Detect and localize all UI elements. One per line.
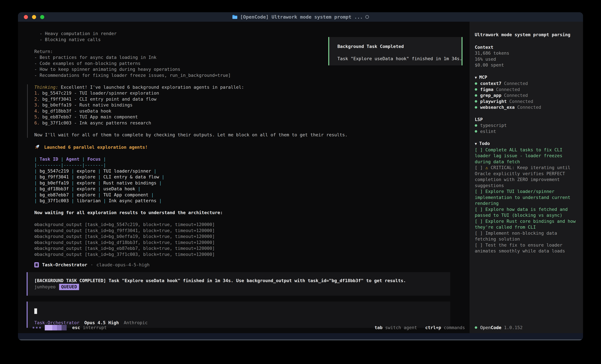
thinking-item-text: bg_eb87ebb7 - TUI App main component bbox=[40, 114, 138, 119]
table-pipe: | bbox=[98, 168, 100, 173]
lsp-name: eslint bbox=[480, 128, 496, 134]
table-pipe: | bbox=[162, 174, 164, 179]
todo-section-header[interactable]: ▼Todo bbox=[475, 141, 579, 147]
mcp-status: Connected bbox=[509, 98, 533, 105]
table-pipe: | bbox=[159, 180, 162, 185]
window-title-text: [OpenCode] Ultrawork mode system prompt … bbox=[240, 14, 363, 20]
ctrlp-label: commands bbox=[444, 325, 465, 331]
brand-open: Open bbox=[480, 325, 491, 331]
table-cell: Agent bbox=[63, 157, 82, 162]
table-separator-row: |---------|-------|-------| bbox=[34, 162, 470, 168]
thinking-item-text: bg_df18bb3f - useData hook bbox=[40, 108, 111, 114]
thinking-header: Thinking: Excellent! I've launched 6 bac… bbox=[34, 84, 470, 90]
background-completed-block: [BACKGROUND TASK COMPLETED] Task "Explor… bbox=[27, 272, 450, 296]
thinking-item-number: 4. bbox=[34, 108, 40, 114]
status-dot-icon bbox=[475, 130, 477, 133]
table-cell: bg_5547c219 bbox=[37, 168, 71, 173]
table-pipe: | bbox=[151, 192, 154, 197]
thinking-label: Thinking: bbox=[34, 85, 58, 90]
thinking-item: 1. bg_5547c219 - TUI loader/spinner expl… bbox=[34, 90, 470, 96]
tool-call-line: ⚙background_output [task_id=bg_37f1c003,… bbox=[34, 251, 470, 258]
table-pipe: | bbox=[138, 186, 140, 191]
table-pipe: | bbox=[82, 157, 85, 162]
table-row: | bg_df18bb3f | explore | useData hook | bbox=[34, 186, 470, 192]
tool-call-line: ⚙background_output [task_id=bg_df18bb3f,… bbox=[34, 239, 470, 246]
mcp-section-header[interactable]: ▼MCP bbox=[475, 74, 579, 81]
mcp-name: websearch_exa bbox=[480, 104, 515, 110]
zoom-button[interactable] bbox=[40, 15, 44, 19]
table-pipe: | bbox=[103, 198, 106, 203]
status-dot-icon bbox=[475, 106, 477, 109]
app-version: 1.0.152 bbox=[504, 325, 523, 331]
traffic-lights bbox=[24, 12, 44, 22]
thinking-item: 5. bg_eb87ebb7 - TUI App main component bbox=[34, 114, 470, 120]
table-pipe: | bbox=[34, 186, 37, 191]
table-pipe: | bbox=[34, 192, 37, 197]
titlebar[interactable]: [OpenCode] Ultrawork mode system prompt … bbox=[18, 12, 583, 22]
todo-checkbox: [ ] bbox=[475, 165, 485, 170]
todo-text: Test the fix to ensure loader animates s… bbox=[475, 242, 565, 254]
proxy-circle-icon[interactable] bbox=[365, 15, 369, 19]
table-cell: explore bbox=[74, 168, 98, 173]
status-left: esc interrupt bbox=[33, 325, 107, 331]
text-cursor bbox=[34, 308, 37, 314]
status-right: tab switch agent ctrl+p commands bbox=[375, 325, 465, 331]
table-row: | bg_b0effa19 | explore | Rust native bi… bbox=[34, 180, 470, 186]
mcp-name: figma bbox=[480, 86, 493, 93]
thinking-item: 6. bg_37f1c003 - Ink async patterns rese… bbox=[34, 120, 470, 126]
thinking-item-number: 1. bbox=[34, 90, 40, 96]
brand-code: Code bbox=[491, 325, 501, 331]
lsp-items: typescripteslint bbox=[475, 123, 579, 134]
queued-message-row: junhoyeo QUEUED bbox=[34, 284, 444, 290]
esc-hint: esc interrupt bbox=[72, 325, 107, 331]
thinking-item: 3. bg_b0effa19 - Rust native bindings bbox=[34, 102, 470, 108]
table-row: | bg_eb87ebb7 | explore | TUI App compon… bbox=[34, 192, 470, 198]
table-pipe: | bbox=[71, 192, 74, 197]
thinking-item-text: bg_5547c219 - TUI loader/spinner explora… bbox=[40, 90, 159, 96]
mcp-items: context7ConnectedfigmaConnectedgrep_appC… bbox=[475, 81, 579, 110]
tool-call-lines: ⚙background_output [task_id=bg_5547c219,… bbox=[34, 222, 470, 257]
close-button[interactable] bbox=[24, 15, 28, 19]
agent-model-sep: · bbox=[90, 262, 93, 268]
tool-call-line: ⚙background_output [task_id=bg_f9ff3041,… bbox=[34, 228, 470, 234]
thinking-item-text: bg_f9ff3041 - CLI entry point and data f… bbox=[40, 96, 156, 102]
mcp-status: Connected bbox=[496, 86, 520, 93]
minimize-button[interactable] bbox=[32, 15, 36, 19]
window-body: - Heavy computation in render - Blocking… bbox=[18, 22, 583, 333]
status-dot-icon bbox=[475, 124, 477, 127]
table-cell: bg_37f1c003 bbox=[37, 198, 71, 203]
todo-item: [ ] Explore Rust core bindings and how t… bbox=[475, 218, 579, 230]
waiting-line: Now waiting for all exploration results … bbox=[34, 210, 470, 216]
table-cell: bg_b0effa19 bbox=[37, 180, 71, 185]
table-cell: Ink async patterns bbox=[106, 198, 159, 203]
agents-table: | Task ID | Agent | Focus ||---------|--… bbox=[34, 156, 470, 204]
input-line[interactable] bbox=[34, 308, 444, 314]
table-row: | bg_37f1c003 | librarian | Ink async pa… bbox=[34, 198, 470, 204]
tool-call-line: ⚙background_output [task_id=bg_5547c219,… bbox=[34, 222, 470, 228]
table-cell: explore bbox=[74, 180, 98, 185]
table-header-row: | Task ID | Agent | Focus | bbox=[34, 156, 470, 162]
todo-text: Complete ALL tasks to fix CLI loader lag… bbox=[475, 147, 562, 164]
mcp-status: Connected bbox=[517, 104, 541, 110]
gear-icon: ⚙ bbox=[34, 252, 37, 257]
toast-body: Task "Explore useData hook" finished in … bbox=[337, 56, 455, 62]
table-cell: TUI loader/spinner bbox=[100, 168, 154, 173]
status-dot-icon bbox=[475, 94, 477, 97]
thinking-item-number: 6. bbox=[34, 120, 40, 125]
toast-notification[interactable]: Background Task Completed Task "Explore … bbox=[328, 37, 462, 65]
todo-checkbox: [ ] bbox=[475, 147, 485, 152]
table-cell: explore bbox=[74, 192, 98, 197]
status-dot-icon bbox=[475, 82, 477, 85]
table-pipe: | bbox=[71, 198, 74, 203]
table-cell: TUI App component bbox=[100, 192, 151, 197]
gear-icon: ⚙ bbox=[34, 246, 37, 251]
table-pipe: | bbox=[71, 168, 74, 173]
desktop-background: [OpenCode] Ultrawork mode system prompt … bbox=[0, 0, 601, 364]
table-row: | bg_5547c219 | explore | TUI loader/spi… bbox=[34, 168, 470, 174]
todo-item: [ ] Complete ALL tasks to fix CLI loader… bbox=[475, 147, 579, 165]
todo-items: [ ] Complete ALL tasks to fix CLI loader… bbox=[475, 147, 579, 254]
mcp-heading: MCP bbox=[479, 75, 487, 80]
tool-call-text: background_output [task_id=bg_5547c219, … bbox=[37, 222, 215, 227]
table-pipe: | bbox=[154, 168, 156, 173]
prompt-input-block[interactable]: Task-Orchestrator Opus 4.5 High Anthropi… bbox=[27, 302, 450, 328]
